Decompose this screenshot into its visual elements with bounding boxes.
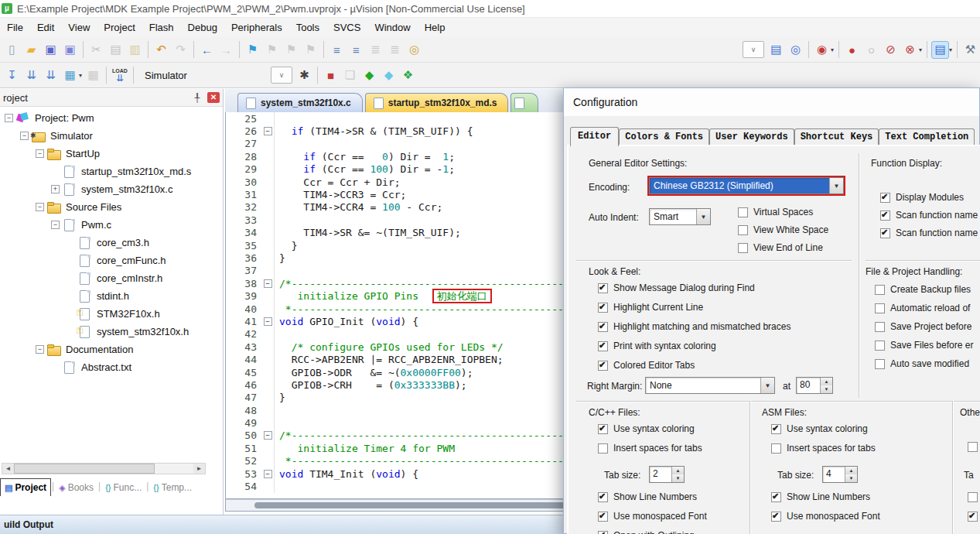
scroll-thumb[interactable] [14,464,155,474]
multi-project-icon[interactable]: ❖ [399,67,417,84]
breakpoint-disable-all-icon[interactable]: ⊘ [882,41,900,59]
breakpoint-kill-all-icon[interactable]: ⊗ [901,41,919,59]
tree-item-simulator[interactable]: −Simulator [0,127,215,145]
open-file-icon[interactable]: ▰ [22,41,40,59]
quick-find-combo[interactable]: ∨ [743,41,764,58]
general-option-checkbox[interactable] [738,243,748,253]
file-handling-option-checkbox[interactable] [875,341,885,351]
tree-expander-icon[interactable]: − [36,203,44,211]
fold-toggle-icon[interactable]: − [261,277,275,289]
tree-item-abstract-txt[interactable]: Abstract.txt [0,358,215,376]
fold-toggle-icon[interactable]: − [261,467,275,480]
fold-minus-icon[interactable]: − [264,127,272,135]
comment-icon[interactable]: ≣ [367,41,384,59]
tree-item-project-pwm[interactable]: −Project: Pwm [0,109,215,127]
tree-expander-icon[interactable]: − [36,345,44,354]
auto-indent-combobox[interactable]: Smart ▼ [649,208,711,225]
tree-expander-icon[interactable]: − [51,221,60,229]
menu-file[interactable]: File [0,19,30,36]
options-for-target-icon[interactable]: ✱ [295,67,313,84]
menu-debug[interactable]: Debug [181,19,224,36]
spin-up-arrow[interactable]: ▲ [821,378,832,385]
tree-item-core-cm3-h[interactable]: core_cm3.h [0,234,215,252]
batch-build-icon-dropdown-arrow[interactable]: ▾ [79,72,82,79]
menu-help[interactable]: Help [418,19,452,36]
incremental-find-icon[interactable]: ◎ [787,41,804,59]
fold-minus-icon[interactable]: − [264,431,272,440]
editor-tab-system-stm32f10x-c[interactable]: system_stm32f10x.c [237,93,363,112]
tree-item-core-cminstr-h[interactable]: core_cmInstr.h [0,269,215,287]
tree-expander-icon[interactable]: + [51,185,60,193]
target-dropdown[interactable]: ∨ [271,67,292,84]
tree-item-source-files[interactable]: −Source Files [0,198,215,216]
fold-minus-icon[interactable]: − [264,470,272,478]
c-files-option-checkbox[interactable] [598,512,608,522]
encoding-dropdown-arrow[interactable]: ▼ [829,178,843,193]
file-handling-option-checkbox[interactable] [875,359,885,369]
indent-icon[interactable]: ≡ [347,41,365,59]
tree-item-documentation[interactable]: −Documentation [0,341,215,358]
spin-up-arrow[interactable]: ▲ [845,467,857,474]
search-magnifier-icon-dropdown-arrow[interactable]: ▾ [831,46,834,53]
new-file-icon[interactable]: ▯ [3,41,21,59]
editor-tab-partial[interactable] [510,93,538,112]
fold-toggle-icon[interactable]: − [261,315,275,327]
panel-tab-project[interactable]: ▤Project [0,478,51,496]
find-in-files-icon[interactable]: ◎ [405,41,423,59]
breakpoint-kill-all-icon-dropdown-arrow[interactable]: ▾ [919,46,922,53]
pin-icon[interactable]: ╀ [192,92,203,103]
file-handling-option-checkbox[interactable] [875,303,885,313]
look-feel-option-checkbox[interactable] [598,322,608,332]
spin-up-arrow[interactable]: ▲ [672,467,684,474]
tree-expander-icon[interactable]: − [5,114,13,122]
copy-icon[interactable]: ▤ [107,41,125,59]
fold-toggle-icon[interactable]: − [261,430,275,442]
tree-item-core-cmfunc-h[interactable]: core_cmFunc.h [0,252,215,269]
auto-indent-dropdown-arrow[interactable]: ▼ [696,209,710,224]
stop-build-icon[interactable]: ▦ [84,67,102,84]
save-icon[interactable]: ▣ [42,41,60,59]
menu-flash[interactable]: Flash [142,19,181,36]
tree-item-system-stm32f10x-c[interactable]: +system_stm32f10x.c [0,180,215,198]
build-icon[interactable]: ⇊ [22,67,40,84]
search-magnifier-icon[interactable]: ◉ [813,41,831,59]
editor-tab-startup-stm32f10x-md-s[interactable]: startup_stm32f10x_md.s [365,93,509,112]
other-files-checkbox[interactable] [968,512,978,522]
tree-item-pwm-c[interactable]: −Pwm.c [0,216,215,234]
dialog-tab-text-completion[interactable]: Text Completion [879,128,975,145]
tree-item-stm32f10x-h[interactable]: STM32F10x.h [0,305,215,323]
panel-tab-temp[interactable]: {}Temp... [149,479,196,496]
function-display-option-checkbox[interactable] [880,211,890,221]
menu-edit[interactable]: Edit [30,19,61,36]
general-option-checkbox[interactable] [738,225,748,235]
configuration-wrench-icon[interactable]: ⚒ [961,41,979,59]
panel-tab-books[interactable]: ◈Books [55,479,97,496]
asm-files-option-checkbox[interactable] [771,492,781,502]
asm-files-option-checkbox[interactable] [771,512,781,522]
tree-item-system-stm32f10x-h[interactable]: system_stm32f10x.h [0,323,215,341]
menu-project[interactable]: Project [97,19,142,36]
panel-tab-func[interactable]: {}Func... [101,479,145,496]
cut-icon[interactable]: ✂ [87,41,105,59]
tree-item-stdint-h[interactable]: stdint.h [0,287,215,305]
other-files-checkbox[interactable] [968,492,978,502]
breakpoint-insert-icon[interactable]: ● [843,41,861,59]
look-feel-option-checkbox[interactable] [598,303,608,313]
right-margin-dropdown-arrow[interactable]: ▼ [760,378,774,393]
save-all-icon[interactable]: ▣ [61,41,79,59]
find-document-icon[interactable]: ▤ [767,41,785,59]
navigate-forward-icon[interactable]: → [217,41,235,59]
manage-rte-icon[interactable]: ■ [322,67,340,84]
right-margin-column-spinner[interactable]: 80 ▲▼ [796,377,833,394]
translate-file-icon[interactable]: ↧ [3,67,21,84]
target-select-value[interactable]: Simulator [145,70,261,81]
unindent-icon[interactable]: ≡ [328,41,346,59]
redo-icon[interactable]: ↷ [172,41,190,59]
window-layout-icon[interactable]: ▤ [931,41,949,59]
asm-tab-size-spinner[interactable]: 4 ▲▼ [822,466,858,483]
bookmark-toggle-icon[interactable]: ⚑ [244,41,261,59]
tree-item-startup[interactable]: −StartUp [0,145,215,163]
menu-tools[interactable]: Tools [289,19,326,36]
c-files-option-checkbox[interactable] [598,531,608,534]
other-files-checkbox[interactable] [968,442,978,452]
